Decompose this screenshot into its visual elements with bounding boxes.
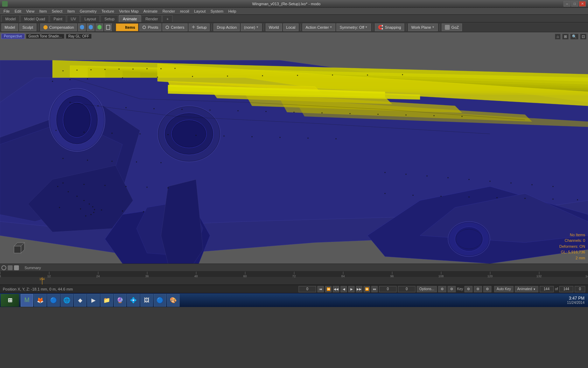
svg-point-117 (89, 204, 90, 205)
model-button[interactable]: Model (1, 23, 18, 31)
items-button[interactable]: Items (116, 23, 138, 31)
settings-btn-5[interactable]: ⚙ (483, 286, 491, 292)
frame-current-input[interactable] (540, 286, 554, 292)
symmetry-dropdown[interactable]: Symmetry: Off ▼ (336, 23, 371, 31)
go-end-button[interactable]: ⏭ (371, 286, 378, 292)
animated-dropdown[interactable]: Animated ▼ (515, 286, 538, 292)
world-button[interactable]: World (266, 23, 282, 31)
options-button[interactable]: Options... (417, 286, 437, 292)
viewport-expand-button[interactable]: ⊡ (580, 34, 587, 40)
taskbar-icon-11[interactable]: 🎨 (167, 294, 180, 307)
shield-btn-4[interactable] (104, 23, 112, 31)
drop-none-dropdown[interactable]: (none) ▼ (241, 23, 262, 31)
viewport[interactable]: Perspective Gooch Tone Shadin... Ray GL:… (0, 32, 588, 264)
tab-setup[interactable]: Setup (100, 15, 118, 22)
next-key-button[interactable]: ⏩ (364, 286, 370, 292)
snapping-button[interactable]: 🧲 Snapping (375, 23, 405, 31)
taskbar-icon-7[interactable]: 🔮 (114, 294, 126, 307)
maximize-button[interactable]: □ (571, 1, 578, 7)
svg-point-122 (85, 216, 86, 217)
shield-btn-3[interactable] (96, 23, 103, 31)
viewport-zoom-button[interactable]: 🔍 (570, 34, 579, 40)
pivots-button[interactable]: Pivots (139, 23, 161, 31)
local-button[interactable]: Local (283, 23, 299, 31)
tab-render[interactable]: Render (141, 15, 162, 22)
close-button[interactable]: ✕ (579, 1, 586, 7)
svg-point-103 (532, 184, 533, 185)
menu-item-item[interactable]: Item (65, 8, 77, 14)
prev-frame-button[interactable]: ◀◀ (333, 286, 339, 292)
tab-add[interactable]: + (162, 15, 172, 22)
frame-start-input[interactable] (299, 286, 316, 292)
setup-button[interactable]: ✛ Setup (189, 23, 210, 31)
taskbar-icon-3[interactable]: 🌐 (61, 294, 73, 307)
drop-action-button[interactable]: Drop Action (214, 23, 240, 31)
tab-paint[interactable]: Paint (50, 15, 66, 22)
ray-tag[interactable]: Ray GL: OFF (66, 34, 91, 39)
taskbar-modo-icon[interactable]: M (21, 294, 33, 307)
centers-button[interactable]: Centers (162, 23, 188, 31)
shield-btn-1[interactable] (78, 23, 86, 31)
tab-animate[interactable]: Animate (119, 15, 141, 22)
frame-end-input[interactable] (398, 286, 415, 292)
sculpt-button[interactable]: Sculpt (19, 23, 36, 31)
taskbar-icon-2[interactable]: 🔵 (47, 294, 60, 307)
svg-point-58 (182, 109, 183, 110)
frame-extra-input[interactable] (575, 286, 585, 292)
auto-key-button[interactable]: Auto Key (494, 286, 513, 292)
taskbar-icon-5[interactable]: ▶ (87, 294, 100, 307)
viewport-home-button[interactable]: ⌂ (555, 34, 561, 40)
timeline-icon-3[interactable] (14, 265, 19, 270)
work-plane-dropdown[interactable]: Work Plane ▼ (408, 23, 438, 31)
compensation-button[interactable]: Compensation (40, 23, 77, 31)
menu-item-render[interactable]: Render (160, 8, 177, 14)
settings-btn-3[interactable]: ⚙ (464, 286, 472, 292)
shading-tag[interactable]: Gooch Tone Shadin... (26, 34, 64, 39)
taskbar-icon-8[interactable]: 💠 (127, 294, 140, 307)
menu-item-animate[interactable]: Animate (141, 8, 160, 14)
timeline-icon-2[interactable] (8, 265, 13, 270)
frame-pos-input[interactable] (379, 286, 397, 292)
settings-btn-1[interactable]: ⚙ (438, 286, 446, 292)
minimize-button[interactable]: – (564, 1, 570, 7)
menu-item-vertex-map[interactable]: Vertex Map (117, 8, 141, 14)
svg-point-53 (402, 74, 403, 75)
shield-btn-2[interactable] (87, 23, 94, 31)
menu-item-view[interactable]: View (24, 8, 37, 14)
goz-button[interactable]: GoZ (442, 23, 462, 31)
taskbar-icon-6[interactable]: 📁 (100, 294, 113, 307)
tab-model-quad[interactable]: Model Quad (20, 15, 49, 22)
settings-btn-4[interactable]: ⚙ (474, 286, 482, 292)
menu-item-file[interactable]: File (1, 8, 12, 14)
tab-layout[interactable]: Layout (80, 15, 100, 22)
action-center-dropdown[interactable]: Action Center ▼ (302, 23, 336, 31)
taskbar-icon-9[interactable]: 🖼 (140, 294, 153, 307)
menu-item-layout[interactable]: Layout (192, 8, 208, 14)
timeline-track[interactable]: 154 (0, 277, 588, 285)
go-start-button[interactable]: ⏮ (317, 286, 324, 292)
taskbar-icon-10[interactable]: 🔵 (154, 294, 166, 307)
prev-key-button[interactable]: ⏪ (325, 286, 331, 292)
settings-btn-2[interactable]: ⚙ (448, 286, 456, 292)
menu-item-edit[interactable]: Edit (13, 8, 23, 14)
taskbar-icon-4-glyph: ◆ (78, 297, 82, 304)
taskbar-icon-4[interactable]: ◆ (74, 294, 86, 307)
taskbar-icon-1[interactable]: 🦊 (34, 294, 47, 307)
timeline-toggle-icon[interactable] (1, 265, 6, 270)
play-button[interactable]: ▶ (348, 286, 355, 292)
tab-model[interactable]: Model (1, 15, 20, 22)
menu-item-item[interactable]: Item (37, 8, 49, 14)
viewport-fit-button[interactable]: ⊞ (562, 34, 569, 40)
next-step-button[interactable]: ▶▶ (356, 286, 362, 292)
menu-item-help[interactable]: Help (226, 8, 238, 14)
prev-step-button[interactable]: ◀ (341, 286, 347, 292)
menu-item-recoil[interactable]: recoil (178, 8, 191, 14)
menu-item-texture[interactable]: Texture (99, 8, 116, 14)
tab-uv[interactable]: UV (67, 15, 80, 22)
menu-item-geometry[interactable]: Geometry (78, 8, 99, 14)
menu-item-select[interactable]: Select (50, 8, 65, 14)
start-button[interactable]: ⊞ (1, 294, 19, 307)
menu-item-system[interactable]: System (209, 8, 226, 14)
frame-total-input[interactable] (559, 286, 573, 292)
perspective-tag[interactable]: Perspective (1, 34, 24, 39)
